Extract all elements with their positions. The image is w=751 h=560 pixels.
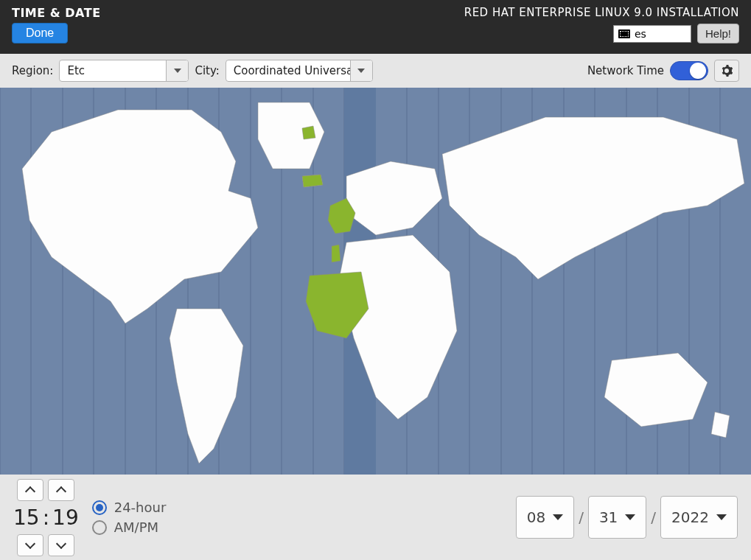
radio-dot-icon [92, 500, 107, 515]
city-combo[interactable]: Coordinated Universal Tim [226, 60, 373, 82]
date-separator: / [651, 508, 656, 526]
format-24h-radio[interactable]: 24-hour [92, 500, 167, 515]
city-dropdown-arrow[interactable] [350, 60, 372, 81]
keyboard-layout-label: es [635, 28, 646, 40]
header: TIME & DATE Done RED HAT ENTERPRISE LINU… [0, 0, 751, 54]
date-group: 08 / 31 / 2022 [516, 496, 738, 539]
hours-down-button[interactable] [17, 534, 43, 556]
dropdown-icon [716, 514, 727, 520]
year-value: 2022 [671, 508, 709, 526]
dropdown-icon [625, 514, 635, 520]
gear-icon [721, 65, 733, 77]
timezone-map[interactable] [0, 88, 751, 475]
network-time-toggle[interactable] [670, 61, 708, 80]
chevron-down-icon [56, 538, 66, 548]
day-value: 31 [599, 508, 618, 526]
chevron-up-icon [25, 486, 35, 496]
month-select[interactable]: 08 [516, 496, 574, 539]
region-value: Etc [60, 60, 166, 81]
format-24h-label: 24-hour [114, 500, 167, 515]
city-label: City: [195, 64, 219, 77]
dropdown-icon [553, 514, 563, 520]
date-separator: / [579, 508, 584, 526]
time-display: 15 : 19 [13, 505, 79, 530]
time-spinners: 15 : 19 [13, 479, 79, 556]
ntp-settings-button[interactable] [714, 60, 739, 82]
network-time-label: Network Time [587, 64, 664, 77]
chevron-down-icon [25, 538, 35, 548]
time-separator: : [43, 505, 49, 530]
time-format-group: 24-hour AM/PM [92, 500, 167, 535]
hours-up-button[interactable] [17, 479, 43, 501]
day-select[interactable]: 31 [588, 496, 646, 539]
chevron-up-icon [56, 486, 66, 496]
radio-dot-icon [92, 520, 107, 535]
hours-value: 15 [13, 505, 40, 530]
done-button[interactable]: Done [12, 23, 68, 43]
format-ampm-label: AM/PM [114, 519, 158, 535]
month-value: 08 [527, 508, 545, 526]
region-combo[interactable]: Etc [59, 60, 189, 82]
help-button[interactable]: Help! [697, 24, 739, 43]
keyboard-icon [618, 29, 630, 38]
region-dropdown-arrow[interactable] [166, 60, 188, 81]
minutes-down-button[interactable] [48, 534, 74, 556]
format-ampm-radio[interactable]: AM/PM [92, 519, 167, 535]
page-title: TIME & DATE [12, 6, 101, 20]
city-value: Coordinated Universal Tim [226, 60, 350, 81]
footer: 15 : 19 24-hour AM/PM 08 / 31 / 20 [0, 475, 751, 560]
year-select[interactable]: 2022 [660, 496, 738, 539]
toolbar: Region: Etc City: Coordinated Universal … [0, 54, 751, 88]
minutes-up-button[interactable] [48, 479, 74, 501]
region-label: Region: [12, 64, 53, 77]
minutes-value: 19 [52, 505, 79, 530]
installer-title: RED HAT ENTERPRISE LINUX 9.0 INSTALLATIO… [464, 6, 739, 19]
keyboard-layout-indicator[interactable]: es [613, 25, 691, 43]
